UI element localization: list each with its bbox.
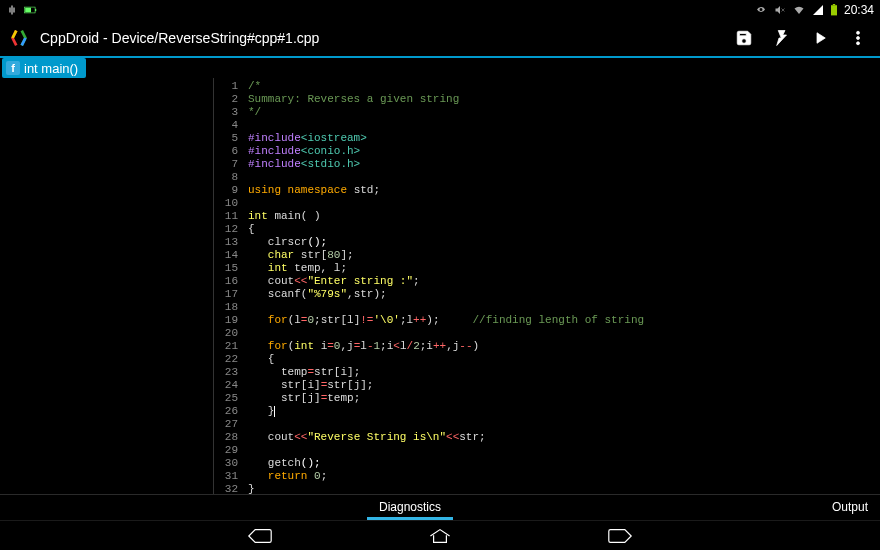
- code-line[interactable]: [248, 119, 880, 132]
- code-line[interactable]: [248, 301, 880, 314]
- function-tab[interactable]: f int main(): [2, 58, 86, 78]
- code-line[interactable]: int temp, l;: [248, 262, 880, 275]
- line-number: 9: [214, 184, 238, 197]
- battery-charging-icon: [24, 5, 38, 15]
- back-button[interactable]: [240, 526, 280, 546]
- status-right: 20:34: [754, 3, 874, 17]
- line-number: 14: [214, 249, 238, 262]
- line-number: 10: [214, 197, 238, 210]
- line-number: 19: [214, 314, 238, 327]
- code-line[interactable]: scanf("%79s",str);: [248, 288, 880, 301]
- code-line[interactable]: getch();: [248, 457, 880, 470]
- code-line[interactable]: /*: [248, 80, 880, 93]
- app-title: CppDroid - Device/ReverseString#cpp#1.cp…: [40, 30, 720, 46]
- code-line[interactable]: Summary: Reverses a given string: [248, 93, 880, 106]
- code-line[interactable]: return 0;: [248, 470, 880, 483]
- line-number: 26: [214, 405, 238, 418]
- output-tab[interactable]: Output: [820, 495, 880, 520]
- code-line[interactable]: }: [248, 405, 880, 418]
- code-line[interactable]: clrscr();: [248, 236, 880, 249]
- function-tab-label: int main(): [24, 61, 78, 76]
- line-number: 17: [214, 288, 238, 301]
- line-number: 4: [214, 119, 238, 132]
- code-line[interactable]: [248, 197, 880, 210]
- line-number: 25: [214, 392, 238, 405]
- code-line[interactable]: [248, 327, 880, 340]
- code-line[interactable]: for(int i=0,j=l-1;i<l/2;i++,j--): [248, 340, 880, 353]
- line-number: 8: [214, 171, 238, 184]
- code-editor[interactable]: /*Summary: Reverses a given string*/#inc…: [244, 78, 880, 494]
- code-line[interactable]: {: [248, 353, 880, 366]
- outline-pane[interactable]: [0, 78, 214, 494]
- signal-icon: [812, 4, 824, 16]
- svg-rect-1: [35, 9, 36, 11]
- svg-rect-2: [25, 8, 31, 13]
- eye-off-icon: [754, 4, 768, 16]
- run-button[interactable]: [806, 24, 834, 52]
- line-number: 27: [214, 418, 238, 431]
- line-number: 3: [214, 106, 238, 119]
- usb-icon: [6, 4, 18, 16]
- code-line[interactable]: [248, 171, 880, 184]
- save-button[interactable]: [730, 24, 758, 52]
- line-number: 23: [214, 366, 238, 379]
- line-number: 18: [214, 301, 238, 314]
- line-number: 22: [214, 353, 238, 366]
- app-logo-icon: [8, 27, 30, 49]
- svg-rect-3: [831, 5, 837, 15]
- line-number: 28: [214, 431, 238, 444]
- clock-text: 20:34: [844, 3, 874, 17]
- code-line[interactable]: */: [248, 106, 880, 119]
- code-line[interactable]: #include<iostream>: [248, 132, 880, 145]
- compile-button[interactable]: [768, 24, 796, 52]
- battery-icon: [830, 4, 838, 16]
- app-action-bar: CppDroid - Device/ReverseString#cpp#1.cp…: [0, 20, 880, 58]
- code-line[interactable]: cout<<"Reverse String is\n"<<str;: [248, 431, 880, 444]
- code-line[interactable]: str[j]=temp;: [248, 392, 880, 405]
- code-line[interactable]: [248, 418, 880, 431]
- diagnostics-tab[interactable]: Diagnostics: [367, 495, 453, 520]
- code-line[interactable]: #include<stdio.h>: [248, 158, 880, 171]
- android-nav-bar: [0, 520, 880, 550]
- overflow-menu-button[interactable]: [844, 24, 872, 52]
- line-number: 29: [214, 444, 238, 457]
- android-status-bar: 20:34: [0, 0, 880, 20]
- svg-point-7: [857, 42, 860, 45]
- code-line[interactable]: }: [248, 483, 880, 494]
- line-number: 30: [214, 457, 238, 470]
- line-number: 20: [214, 327, 238, 340]
- function-badge-icon: f: [6, 61, 20, 75]
- code-line[interactable]: int main( ): [248, 210, 880, 223]
- svg-point-6: [857, 37, 860, 40]
- code-line[interactable]: #include<conio.h>: [248, 145, 880, 158]
- line-number: 15: [214, 262, 238, 275]
- line-number: 2: [214, 93, 238, 106]
- line-number: 11: [214, 210, 238, 223]
- code-line[interactable]: char str[80];: [248, 249, 880, 262]
- line-number: 31: [214, 470, 238, 483]
- line-number: 12: [214, 223, 238, 236]
- wifi-icon: [792, 4, 806, 16]
- editor-area: 1234567891011121314151617181920212223242…: [0, 78, 880, 494]
- svg-point-5: [857, 31, 860, 34]
- line-number: 13: [214, 236, 238, 249]
- recent-apps-button[interactable]: [600, 526, 640, 546]
- line-number: 1: [214, 80, 238, 93]
- volume-mute-icon: [774, 4, 786, 16]
- home-button[interactable]: [420, 526, 460, 546]
- code-line[interactable]: {: [248, 223, 880, 236]
- code-line[interactable]: temp=str[i];: [248, 366, 880, 379]
- svg-rect-4: [833, 4, 835, 5]
- line-number-gutter: 1234567891011121314151617181920212223242…: [214, 78, 244, 494]
- line-number: 16: [214, 275, 238, 288]
- line-number: 24: [214, 379, 238, 392]
- line-number: 21: [214, 340, 238, 353]
- code-line[interactable]: [248, 444, 880, 457]
- code-line[interactable]: cout<<"Enter string :";: [248, 275, 880, 288]
- code-line[interactable]: for(l=0;str[l]!='\0';l++); //finding len…: [248, 314, 880, 327]
- code-line[interactable]: str[i]=str[j];: [248, 379, 880, 392]
- tab-strip: f int main(): [0, 58, 880, 78]
- code-line[interactable]: using namespace std;: [248, 184, 880, 197]
- line-number: 5: [214, 132, 238, 145]
- bottom-tab-bar: Diagnostics Output: [0, 494, 880, 520]
